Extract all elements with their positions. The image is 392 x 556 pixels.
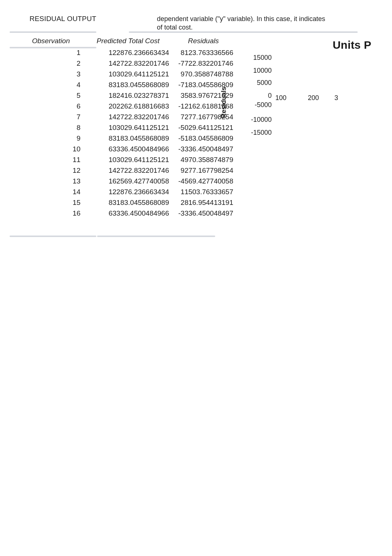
chart-title: Units P bbox=[333, 39, 371, 51]
table-row: 1063336.4500484966-3336.450048497 bbox=[10, 144, 235, 154]
section-description: dependent variable ("y" variable). In th… bbox=[111, 15, 325, 31]
cell-residual: 4970.358874879 bbox=[171, 154, 235, 165]
table-row: 1583183.04558680892816.954413191 bbox=[10, 197, 235, 208]
divider bbox=[10, 31, 96, 33]
table-row: 8103029.641125121-5029.641125121 bbox=[10, 122, 235, 133]
cell-predicted: 122876.236663434 bbox=[85, 47, 171, 58]
ytick: 15000 bbox=[253, 54, 272, 61]
table-row: 14122876.23666343411503.76333657 bbox=[10, 186, 235, 197]
table-row: 2142722.832201746-7722.832201746 bbox=[10, 58, 235, 69]
cell-residual: -5029.641125121 bbox=[171, 122, 235, 133]
ytick: -5000 bbox=[255, 102, 272, 108]
xtick: 200 bbox=[308, 94, 319, 102]
section-title: RESIDUAL OUTPUT bbox=[0, 15, 111, 23]
cell-residual: -7722.832201746 bbox=[171, 58, 235, 69]
cell-observation: 15 bbox=[10, 197, 85, 208]
col-residuals: Residuals bbox=[171, 35, 235, 47]
cell-residual: 970.3588748788 bbox=[171, 69, 235, 79]
cell-residual: 9277.167798254 bbox=[171, 165, 235, 176]
table-row: 7142722.8322017467277.167798254 bbox=[10, 111, 235, 122]
table-row: 3103029.641125121970.3588748788 bbox=[10, 69, 235, 79]
table-row: 6202262.618816683-12162.61881668 bbox=[10, 101, 235, 111]
table-row: 1663336.4500484966-3336.450048497 bbox=[10, 208, 235, 219]
residuals-table: Observation Predicted Total Cost Residua… bbox=[10, 35, 235, 219]
ytick: 0 bbox=[268, 92, 272, 99]
cell-predicted: 83183.0455868089 bbox=[85, 133, 171, 144]
cell-predicted: 142722.832201746 bbox=[85, 111, 171, 122]
cell-predicted: 122876.236663434 bbox=[85, 186, 171, 197]
cell-predicted: 103029.641125121 bbox=[85, 154, 171, 165]
cell-predicted: 182416.023278371 bbox=[85, 90, 171, 101]
cell-predicted: 103029.641125121 bbox=[85, 69, 171, 79]
cell-observation: 14 bbox=[10, 186, 85, 197]
cell-predicted: 63336.4500484966 bbox=[85, 208, 171, 219]
cell-predicted: 103029.641125121 bbox=[85, 122, 171, 133]
cell-observation: 13 bbox=[10, 176, 85, 186]
cell-observation: 5 bbox=[10, 90, 85, 101]
cell-predicted: 202262.618816683 bbox=[85, 101, 171, 111]
cell-residual: -3336.450048497 bbox=[171, 144, 235, 154]
cell-observation: 12 bbox=[10, 165, 85, 176]
desc-line-2: of total cost. bbox=[157, 24, 193, 31]
table-row: 483183.0455868089-7183.045586809 bbox=[10, 79, 235, 90]
cell-residual: -3336.450048497 bbox=[171, 208, 235, 219]
cell-predicted: 63336.4500484966 bbox=[85, 144, 171, 154]
table-row: 11103029.6411251214970.358874879 bbox=[10, 154, 235, 165]
cell-predicted: 142722.832201746 bbox=[85, 58, 171, 69]
table-row: 13162569.427740058-4569.427740058 bbox=[10, 176, 235, 186]
cell-residual: 11503.76333657 bbox=[171, 186, 235, 197]
cell-residual: -4569.427740058 bbox=[171, 176, 235, 186]
cell-predicted: 83183.0455868089 bbox=[85, 197, 171, 208]
xtick: 100 bbox=[275, 94, 286, 102]
cell-observation: 7 bbox=[10, 111, 85, 122]
divider bbox=[97, 236, 215, 237]
ytick: 5000 bbox=[257, 79, 272, 86]
ytick: -10000 bbox=[251, 116, 272, 123]
divider bbox=[129, 31, 358, 33]
divider bbox=[10, 236, 96, 237]
table-row: 12142722.8322017469277.167798254 bbox=[10, 165, 235, 176]
table-header-row: Observation Predicted Total Cost Residua… bbox=[10, 35, 235, 47]
cell-predicted: 83183.0455868089 bbox=[85, 79, 171, 90]
cell-predicted: 142722.832201746 bbox=[85, 165, 171, 176]
table-row: 1122876.2366634348123.763336566 bbox=[10, 47, 235, 58]
cell-predicted: 162569.427740058 bbox=[85, 176, 171, 186]
cell-observation: 11 bbox=[10, 154, 85, 165]
cell-observation: 16 bbox=[10, 208, 85, 219]
col-observation: Observation bbox=[10, 35, 85, 47]
cell-observation: 1 bbox=[10, 47, 85, 58]
ytick: -15000 bbox=[251, 129, 272, 136]
cell-residual: 8123.763336566 bbox=[171, 47, 235, 58]
col-predicted: Predicted Total Cost bbox=[85, 35, 171, 47]
cell-observation: 3 bbox=[10, 69, 85, 79]
cell-observation: 2 bbox=[10, 58, 85, 69]
cell-observation: 6 bbox=[10, 101, 85, 111]
cell-observation: 10 bbox=[10, 144, 85, 154]
ytick: 10000 bbox=[253, 67, 272, 74]
table-row: 983183.0455868089-5183.045586809 bbox=[10, 133, 235, 144]
xtick: 3 bbox=[334, 94, 338, 102]
cell-observation: 9 bbox=[10, 133, 85, 144]
chart-ylabel: Residuals bbox=[220, 87, 228, 118]
cell-observation: 8 bbox=[10, 122, 85, 133]
cell-residual: -5183.045586809 bbox=[171, 133, 235, 144]
table-row: 5182416.0232783713583.976721629 bbox=[10, 90, 235, 101]
cell-observation: 4 bbox=[10, 79, 85, 90]
cell-residual: 2816.954413191 bbox=[171, 197, 235, 208]
desc-line-1: dependent variable ("y" variable). In th… bbox=[157, 15, 325, 23]
